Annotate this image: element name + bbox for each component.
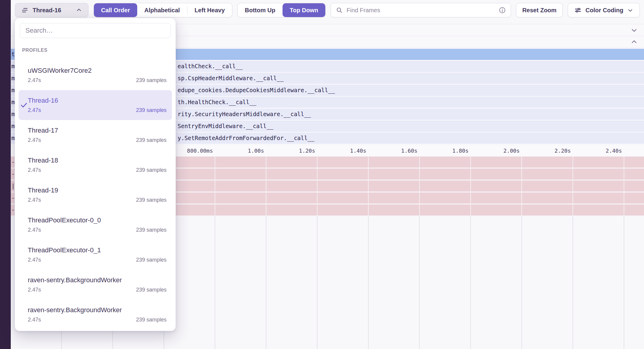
frame-text-fragment: m [11, 109, 15, 120]
profile-option-content: ThreadPoolExecutor-0_12.47s239 samples [28, 246, 167, 263]
profile-samples: 239 samples [136, 197, 167, 203]
profiling-flamegraph-app: Thread-16 Call OrderAlphabeticalLeft Hea… [0, 0, 644, 349]
thread-selector-label: Thread-16 [33, 7, 72, 14]
profile-duration: 2.47s [28, 137, 41, 143]
chevron-up-icon[interactable] [630, 38, 638, 46]
direction-segmented-control: Bottom UpTop Down [237, 3, 326, 17]
profile-name: raven-sentry.BackgroundWorker [28, 276, 167, 284]
frame-label: sp.CspHeaderMiddleware.__call__ [178, 73, 284, 84]
profile-name: ThreadPoolExecutor-0_1 [28, 246, 167, 254]
profile-option-Thread-19[interactable]: Thread-192.47s239 samples [19, 180, 172, 210]
gridline-pink-overlay [368, 156, 369, 216]
info-icon[interactable] [499, 7, 506, 14]
profile-option-content: uWSGIWorker7Core22.47s239 samples [28, 67, 167, 84]
find-frames-field[interactable] [331, 3, 511, 17]
chevron-down-icon[interactable] [630, 26, 638, 34]
segment-bottom-up[interactable]: Bottom Up [238, 3, 283, 17]
frame-text-fragment: m [11, 85, 15, 96]
profile-option-content: raven-sentry.BackgroundWorker2.47s239 sa… [28, 306, 167, 323]
profile-name: Thread-16 [28, 97, 167, 104]
list-icon [21, 7, 28, 14]
profile-samples: 239 samples [136, 167, 167, 173]
profile-option-Thread-17[interactable]: Thread-172.47s239 samples [19, 120, 172, 150]
profile-option-content: Thread-162.47s239 samples [28, 97, 167, 113]
minimap-text-fragment: - [11, 192, 15, 204]
color-coding-label: Color Coding [585, 7, 623, 14]
profile-meta: 2.47s239 samples [28, 317, 167, 323]
profile-duration: 2.47s [28, 167, 41, 173]
reset-zoom-button[interactable]: Reset Zoom [516, 3, 563, 17]
gridline-pink-overlay [419, 156, 420, 216]
profile-option-ThreadPoolExecutor-0_1[interactable]: ThreadPoolExecutor-0_12.47s239 samples [19, 240, 172, 270]
axis-tick-label: 1.40s [321, 145, 366, 156]
profile-meta: 2.47s239 samples [28, 167, 167, 173]
profile-name: Thread-18 [28, 157, 167, 164]
profile-duration: 2.47s [28, 257, 41, 263]
search-icon [336, 7, 343, 14]
profile-meta: 2.47s239 samples [28, 137, 167, 143]
profile-duration: 2.47s [28, 227, 41, 233]
profile-name: uWSGIWorker7Core2 [28, 67, 167, 75]
profile-option-Thread-18[interactable]: Thread-182.47s239 samples [19, 150, 172, 180]
profile-name: Thread-19 [28, 186, 167, 194]
profile-meta: 2.47s239 samples [28, 107, 167, 113]
frame-text-fragment: m [11, 97, 15, 108]
axis-tick-label: 2.00s [474, 145, 520, 156]
profile-duration: 2.47s [28, 317, 41, 323]
profile-option-uWSGIWorker7Core2[interactable]: uWSGIWorker7Core22.47s239 samples [19, 60, 172, 90]
axis-tick-label: 2.40s [576, 145, 622, 156]
frame-label: edupe_cookies.DedupeCookiesMiddleware.__… [178, 85, 335, 96]
profile-option-Thread-16[interactable]: Thread-162.47s239 samples [19, 90, 172, 120]
frame-label: th.HealthCheck.__call__ [178, 97, 256, 108]
frame-label: SentryEnvMiddleware.__call__ [178, 121, 273, 132]
gridline-pink-overlay [215, 156, 215, 216]
segment-alphabetical[interactable]: Alphabetical [137, 3, 187, 17]
segment-call-order[interactable]: Call Order [94, 3, 137, 17]
color-coding-button[interactable]: Color Coding [568, 3, 640, 17]
segment-top-down[interactable]: Top Down [283, 3, 325, 17]
sort-order-segmented-control: Call OrderAlphabeticalLeft Heavy [94, 3, 232, 17]
profile-option-content: ThreadPoolExecutor-0_02.47s239 samples [28, 216, 167, 233]
flamegraph-toolbar: Thread-16 Call OrderAlphabeticalLeft Hea… [15, 3, 640, 17]
minimap-text-fragment: | [11, 180, 15, 192]
gridline-pink-overlay [573, 156, 573, 216]
profile-option-ThreadPoolExecutor-0_0[interactable]: ThreadPoolExecutor-0_02.47s239 samples [19, 210, 172, 240]
thread-search-input[interactable] [20, 23, 171, 38]
frame-text-fragment: m [11, 133, 15, 144]
find-frames-input[interactable] [347, 7, 495, 14]
profile-samples: 239 samples [136, 227, 167, 233]
profile-duration: 2.47s [28, 77, 41, 84]
profile-samples: 239 samples [136, 317, 167, 323]
profile-meta: 2.47s239 samples [28, 77, 167, 84]
sliders-icon [574, 6, 582, 14]
axis-tick-label: 2.20s [525, 145, 571, 156]
profile-option-content: Thread-172.47s239 samples [28, 127, 167, 143]
minimap-text-fragment: - [11, 204, 15, 216]
profile-option-content: raven-sentry.BackgroundWorker2.47s239 sa… [28, 276, 167, 293]
profiles-section-label: PROFILES [22, 48, 176, 53]
app-sidebar-strip [0, 0, 11, 349]
gridline-pink-overlay [266, 156, 266, 216]
frame-label: rity.SecurityHeadersMiddleware.__call__ [178, 109, 311, 120]
profile-option-content: Thread-182.47s239 samples [28, 157, 167, 173]
frame-text-fragment: m [11, 121, 15, 132]
profile-meta: 2.47s239 samples [28, 197, 167, 203]
profile-samples: 239 samples [136, 107, 167, 113]
minimap-text-fragment: - [11, 169, 15, 180]
profile-option-raven-sentry.BackgroundWorker[interactable]: raven-sentry.BackgroundWorker2.47s239 sa… [19, 270, 172, 300]
frame-text-fragment: m [11, 61, 15, 72]
minimap-text-fragment: - [11, 157, 15, 168]
frame-label: ealthCheck.__call__ [178, 61, 242, 72]
thread-dropdown-panel: PROFILES uWSGIWorker7Core22.47s239 sampl… [15, 18, 176, 331]
checkmark-icon [19, 101, 28, 109]
chevron-down-icon [627, 7, 634, 13]
reset-zoom-label: Reset Zoom [522, 7, 556, 14]
profile-option-raven-sentry.BackgroundWorker[interactable]: raven-sentry.BackgroundWorker2.47s239 sa… [19, 300, 172, 330]
thread-selector-button[interactable]: Thread-16 [15, 3, 88, 17]
axis-tick-label: 1.60s [372, 145, 417, 156]
segment-left-heavy[interactable]: Left Heavy [187, 3, 232, 17]
frame-label: y.SetRemoteAddrFromForwardedFor.__call__ [178, 133, 315, 144]
profile-meta: 2.47s239 samples [28, 227, 167, 233]
profile-name: raven-sentry.BackgroundWorker [28, 306, 167, 314]
profile-option-content: Thread-192.47s239 samples [28, 186, 167, 203]
